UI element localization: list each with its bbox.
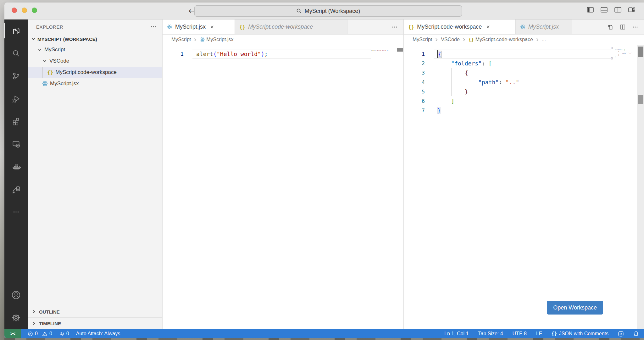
- activity-more-tools[interactable]: [4, 201, 28, 223]
- tab-label: MyScript.code-workspace: [417, 24, 482, 30]
- scrollbar-thumb[interactable]: [397, 48, 403, 52]
- activity-extensions[interactable]: [4, 110, 28, 133]
- accounts-button[interactable]: [4, 284, 28, 306]
- ports-count: 0: [66, 331, 69, 337]
- ports-status[interactable]: 0: [59, 331, 69, 337]
- close-window-button[interactable]: [12, 8, 17, 13]
- editor-group-2: {} MyScript.code-workspace MyScript.jsx: [404, 20, 644, 329]
- open-workspace-button[interactable]: Open Workspace: [547, 301, 603, 315]
- indentation-status[interactable]: Tab Size: 4: [478, 331, 503, 337]
- chevron-down-icon: [31, 36, 36, 42]
- zoom-window-button[interactable]: [32, 8, 37, 13]
- remote-indicator[interactable]: ><: [4, 329, 21, 338]
- problems-status[interactable]: 0 0: [28, 331, 52, 337]
- code-line[interactable]: 7}: [404, 106, 611, 115]
- workspace-section-header[interactable]: MYSCRIPT (WORKSPACE): [28, 34, 162, 44]
- code-line[interactable]: 6 ]: [404, 96, 611, 106]
- scrollbar-thumb[interactable]: [638, 47, 643, 57]
- source-control-icon: [11, 71, 21, 81]
- feedback-smiley-icon: [618, 331, 624, 337]
- activity-run-debug[interactable]: [4, 87, 28, 110]
- activity-explorer[interactable]: [4, 20, 28, 42]
- line-number: 1: [404, 51, 434, 57]
- react-file-icon: [520, 24, 525, 30]
- outline-section-header[interactable]: OUTLINE: [28, 306, 162, 317]
- explorer-title: EXPLORER: [36, 24, 64, 30]
- tab-myscript-code-workspace-preview[interactable]: {} MyScript.code-workspace: [235, 20, 347, 34]
- minimap[interactable]: alert("Hello world");: [371, 45, 397, 329]
- toggle-secondary-sidebar-icon[interactable]: [614, 7, 621, 13]
- more-actions-icon[interactable]: [391, 24, 398, 30]
- tab-myscript-jsx[interactable]: MyScript.jsx: [163, 20, 235, 34]
- docker-icon: [11, 162, 21, 172]
- breadcrumb-item[interactable]: VSCode: [441, 37, 460, 42]
- tweet-feedback-button[interactable]: [618, 331, 624, 337]
- breadcrumbs: MyScript MyScript.jsx: [163, 35, 403, 45]
- notifications-button[interactable]: [633, 331, 639, 337]
- tree-item-myscript-folder[interactable]: MyScript: [28, 44, 162, 55]
- files-icon: [11, 26, 21, 36]
- activity-source-control[interactable]: [4, 65, 28, 87]
- breadcrumb-item[interactable]: {} MyScript.code-workspace: [469, 37, 533, 42]
- more-actions-icon[interactable]: [632, 24, 638, 30]
- tab-myscript-jsx-preview[interactable]: MyScript.jsx: [516, 20, 572, 34]
- tab-bar: MyScript.jsx {} MyScript.code-workspace: [163, 20, 403, 35]
- timeline-section-header[interactable]: TIMELINE: [28, 317, 162, 329]
- activity-bar: [4, 20, 28, 329]
- breadcrumb-item[interactable]: MyScript: [171, 37, 191, 42]
- split-editor-icon[interactable]: [619, 24, 626, 30]
- line-number: 7: [404, 108, 434, 114]
- toggle-panel-icon[interactable]: [601, 7, 608, 13]
- code-line[interactable]: 1{: [404, 49, 611, 59]
- error-icon: [28, 331, 33, 337]
- customize-layout-icon[interactable]: [628, 7, 635, 13]
- radio-tower-icon: [59, 331, 64, 337]
- tab-myscript-code-workspace[interactable]: {} MyScript.code-workspace: [404, 20, 516, 34]
- vscode-window: ← → MyScript (Workspace): [4, 3, 644, 338]
- vertical-scrollbar[interactable]: [397, 45, 403, 329]
- minimize-window-button[interactable]: [22, 8, 27, 13]
- line-number: 2: [404, 60, 434, 66]
- search-icon: [296, 8, 302, 14]
- vertical-scrollbar[interactable]: [637, 45, 644, 329]
- command-center-search[interactable]: MyScript (Workspace): [194, 5, 462, 17]
- auto-attach-status[interactable]: Auto Attach: Always: [76, 331, 120, 337]
- language-mode-status[interactable]: {} JSON with Comments: [552, 331, 608, 337]
- views-and-more-actions-icon[interactable]: [150, 24, 157, 30]
- tab-bar: {} MyScript.code-workspace MyScript.jsx: [404, 20, 644, 35]
- activity-docker[interactable]: [4, 155, 28, 178]
- toggle-primary-sidebar-icon[interactable]: [587, 7, 594, 13]
- json-file-icon: {}: [239, 24, 245, 30]
- activity-mysql[interactable]: [4, 178, 28, 201]
- tree-item-label: MyScript.code-workspace: [55, 69, 117, 75]
- search-icon: [11, 49, 21, 58]
- eol-status[interactable]: LF: [536, 331, 542, 337]
- activity-search[interactable]: [4, 42, 28, 65]
- code-editor-workspace-json[interactable]: 1{2 "folders": [3 {4 "path": ".."5 }6 ]7…: [404, 45, 611, 329]
- close-tab-icon[interactable]: [210, 25, 214, 29]
- code-line[interactable]: 3 {: [404, 68, 611, 77]
- code-line[interactable]: 2 "folders": [: [404, 59, 611, 68]
- code-line[interactable]: 1alert("Hello world");: [163, 49, 371, 59]
- activity-remote-explorer[interactable]: [4, 133, 28, 155]
- window-controls: [12, 8, 37, 13]
- breadcrumb-item[interactable]: MyScript.jsx: [200, 37, 233, 42]
- react-file-icon: [200, 37, 205, 42]
- tree-item-vscode-folder[interactable]: VSCode: [28, 55, 162, 67]
- encoding-status[interactable]: UTF-8: [513, 331, 527, 337]
- gear-icon: [11, 313, 21, 323]
- code-line[interactable]: 5 }: [404, 87, 611, 96]
- tree-item-code-workspace-file[interactable]: {} MyScript.code-workspace: [28, 67, 162, 78]
- code-editor-jsx[interactable]: 1alert("Hello world");: [163, 45, 371, 329]
- settings-button[interactable]: [4, 306, 28, 329]
- indent-guide: [42, 67, 43, 78]
- minimap[interactable]: { "folders": [ { "path": ".." } ]}: [611, 45, 637, 329]
- open-changes-icon[interactable]: [607, 24, 613, 30]
- close-tab-icon[interactable]: [486, 25, 491, 29]
- tree-item-jsx-file[interactable]: MyScript.jsx: [28, 78, 162, 89]
- breadcrumb-item[interactable]: ...: [542, 37, 546, 42]
- breadcrumb-item[interactable]: MyScript: [413, 37, 432, 42]
- ellipsis-icon: [11, 207, 21, 217]
- cursor-position-status[interactable]: Ln 1, Col 1: [444, 331, 469, 337]
- code-line[interactable]: 4 "path": "..": [404, 77, 611, 87]
